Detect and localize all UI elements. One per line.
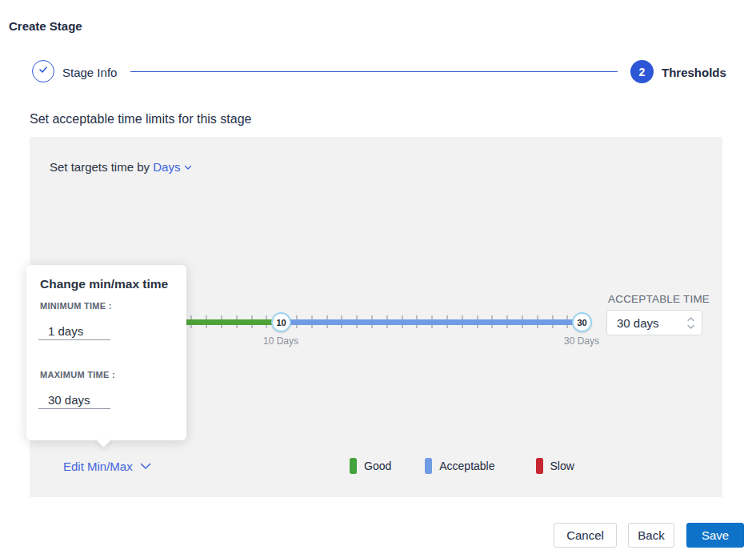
maximum-time-label: MAXIMUM TIME : bbox=[40, 370, 115, 379]
check-icon bbox=[38, 64, 49, 78]
step1-completed-circle[interactable] bbox=[32, 60, 54, 82]
back-button[interactable]: Back bbox=[628, 523, 674, 548]
page-title: Create Stage bbox=[9, 19, 82, 33]
change-minmax-popup: Change min/max time MINIMUM TIME : 1 day… bbox=[26, 265, 186, 440]
minimum-time-label: MINIMUM TIME : bbox=[40, 301, 112, 311]
slider-max-handle[interactable]: 30 bbox=[572, 312, 592, 332]
stepper-up-icon bbox=[687, 317, 694, 322]
slider-min-value-label: 10 Days bbox=[249, 335, 313, 347]
slow-swatch bbox=[536, 458, 543, 474]
chevron-down-icon[interactable] bbox=[184, 159, 192, 173]
slider-track-acceptable-segment[interactable] bbox=[281, 319, 582, 325]
acceptable-time-label: ACCEPTABLE TIME bbox=[608, 293, 710, 305]
legend-label: Good bbox=[364, 460, 391, 472]
section-heading: Set acceptable time limits for this stag… bbox=[30, 112, 251, 126]
slider-min-handle[interactable]: 10 bbox=[271, 312, 291, 332]
acceptable-time-input[interactable]: 30 days bbox=[606, 310, 702, 335]
stepper-down-icon bbox=[687, 324, 694, 329]
legend-item-good: Good bbox=[350, 458, 391, 474]
chevron-down-icon bbox=[140, 463, 151, 470]
legend-item-slow: Slow bbox=[536, 458, 574, 474]
step1-label[interactable]: Stage Info bbox=[62, 66, 117, 79]
target-time-unit-dropdown[interactable]: Days bbox=[153, 160, 180, 174]
create-stage-screen: Create Stage Stage Info 2 Thresholds Set… bbox=[0, 0, 756, 558]
maximum-time-input[interactable]: 30 days bbox=[38, 387, 110, 409]
edit-minmax-label: Edit Min/Max bbox=[63, 460, 133, 473]
cancel-button[interactable]: Cancel bbox=[554, 523, 617, 548]
target-time-prefix: Set targets time by bbox=[50, 160, 150, 174]
acceptable-time-value[interactable]: 30 days bbox=[607, 316, 687, 330]
acceptable-swatch bbox=[425, 458, 432, 474]
legend-item-acceptable: Acceptable bbox=[425, 458, 494, 474]
slider-max-value-label: 30 Days bbox=[550, 335, 614, 347]
step2-label: Thresholds bbox=[662, 66, 726, 79]
acceptable-time-stepper[interactable] bbox=[687, 317, 702, 329]
edit-minmax-button[interactable]: Edit Min/Max bbox=[63, 460, 151, 473]
step2-active-circle[interactable]: 2 bbox=[630, 60, 654, 83]
legend-label: Acceptable bbox=[439, 460, 494, 472]
minimum-time-value[interactable]: 1 days bbox=[38, 318, 110, 338]
threshold-legend: Good Acceptable Slow bbox=[350, 458, 574, 474]
good-swatch bbox=[350, 458, 357, 474]
stepper-connector-line bbox=[130, 71, 618, 72]
minimum-time-input[interactable]: 1 days bbox=[38, 318, 110, 340]
popup-title: Change min/max time bbox=[40, 277, 168, 291]
target-time-row: Set targets time by Days bbox=[50, 159, 192, 174]
legend-label: Slow bbox=[550, 460, 574, 472]
maximum-time-value[interactable]: 30 days bbox=[38, 387, 110, 407]
save-button[interactable]: Save bbox=[686, 523, 744, 548]
